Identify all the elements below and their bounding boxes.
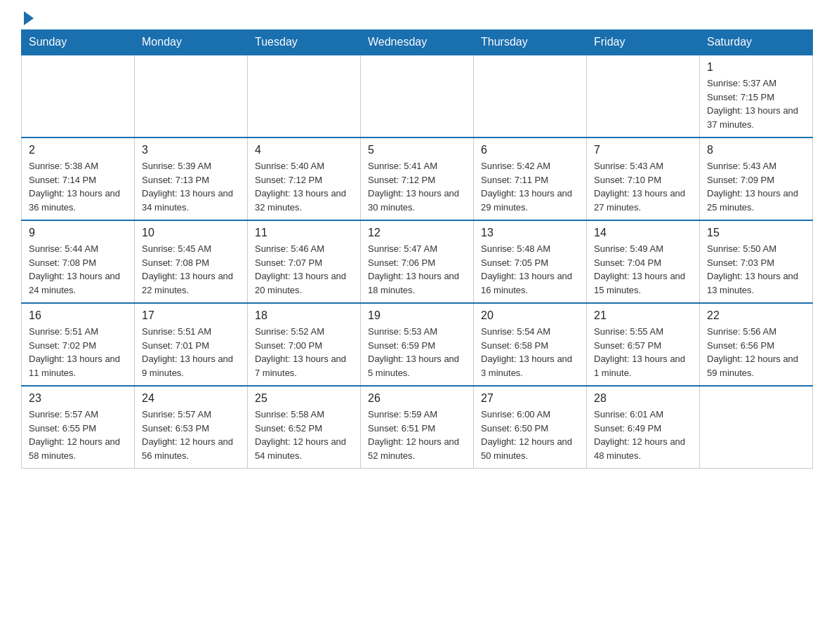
day-info: Sunrise: 5:54 AMSunset: 6:58 PMDaylight:…: [481, 325, 579, 380]
calendar-day-cell: [248, 55, 361, 137]
calendar-day-cell: 12Sunrise: 5:47 AMSunset: 7:06 PMDayligh…: [361, 220, 474, 303]
calendar-day-cell: [587, 55, 700, 137]
day-number: 19: [368, 309, 466, 322]
calendar-day-cell: 13Sunrise: 5:48 AMSunset: 7:05 PMDayligh…: [474, 220, 587, 303]
calendar-day-cell: 21Sunrise: 5:55 AMSunset: 6:57 PMDayligh…: [587, 303, 700, 386]
day-info: Sunrise: 5:46 AMSunset: 7:07 PMDaylight:…: [255, 242, 353, 297]
day-info: Sunrise: 5:52 AMSunset: 7:00 PMDaylight:…: [255, 325, 353, 380]
calendar-day-cell: 22Sunrise: 5:56 AMSunset: 6:56 PMDayligh…: [700, 303, 813, 386]
calendar-day-cell: 14Sunrise: 5:49 AMSunset: 7:04 PMDayligh…: [587, 220, 700, 303]
day-number: 18: [255, 309, 353, 322]
day-info: Sunrise: 5:51 AMSunset: 7:01 PMDaylight:…: [142, 325, 240, 380]
calendar-table: SundayMondayTuesdayWednesdayThursdayFrid…: [21, 29, 813, 469]
day-number: 1: [707, 61, 805, 74]
day-info: Sunrise: 5:57 AMSunset: 6:55 PMDaylight:…: [29, 408, 127, 462]
calendar-day-cell: 11Sunrise: 5:46 AMSunset: 7:07 PMDayligh…: [248, 220, 361, 303]
day-number: 4: [255, 144, 353, 156]
day-info: Sunrise: 5:43 AMSunset: 7:09 PMDaylight:…: [707, 159, 805, 214]
calendar-day-cell: 9Sunrise: 5:44 AMSunset: 7:08 PMDaylight…: [22, 220, 135, 303]
day-number: 27: [481, 392, 579, 405]
calendar-day-cell: 1Sunrise: 5:37 AMSunset: 7:15 PMDaylight…: [700, 55, 813, 137]
day-info: Sunrise: 5:49 AMSunset: 7:04 PMDaylight:…: [594, 242, 692, 297]
day-info: Sunrise: 5:48 AMSunset: 7:05 PMDaylight:…: [481, 242, 579, 297]
calendar-week-row: 16Sunrise: 5:51 AMSunset: 7:02 PMDayligh…: [22, 303, 813, 386]
day-info: Sunrise: 5:50 AMSunset: 7:03 PMDaylight:…: [707, 242, 805, 297]
day-info: Sunrise: 5:41 AMSunset: 7:12 PMDaylight:…: [368, 159, 466, 214]
day-number: 24: [142, 392, 240, 405]
day-info: Sunrise: 5:58 AMSunset: 6:52 PMDaylight:…: [255, 408, 353, 462]
calendar-day-cell: [361, 55, 474, 137]
day-info: Sunrise: 6:01 AMSunset: 6:49 PMDaylight:…: [594, 408, 692, 462]
calendar-day-cell: 16Sunrise: 5:51 AMSunset: 7:02 PMDayligh…: [22, 303, 135, 386]
day-number: 17: [142, 309, 240, 322]
day-info: Sunrise: 5:55 AMSunset: 6:57 PMDaylight:…: [594, 325, 692, 380]
day-info: Sunrise: 5:53 AMSunset: 6:59 PMDaylight:…: [368, 325, 466, 380]
calendar-day-cell: [474, 55, 587, 137]
day-header-wednesday: Wednesday: [361, 30, 474, 55]
day-info: Sunrise: 5:40 AMSunset: 7:12 PMDaylight:…: [255, 159, 353, 214]
day-number: 13: [481, 227, 579, 239]
calendar-day-cell: [700, 386, 813, 469]
day-number: 26: [368, 392, 466, 405]
calendar-day-cell: 20Sunrise: 5:54 AMSunset: 6:58 PMDayligh…: [474, 303, 587, 386]
page-header: [21, 14, 813, 22]
calendar-week-row: 2Sunrise: 5:38 AMSunset: 7:14 PMDaylight…: [22, 137, 813, 220]
day-number: 8: [707, 144, 805, 156]
day-number: 23: [29, 392, 127, 405]
logo: [21, 14, 34, 22]
day-info: Sunrise: 5:45 AMSunset: 7:08 PMDaylight:…: [142, 242, 240, 297]
day-header-thursday: Thursday: [474, 30, 587, 55]
day-info: Sunrise: 5:44 AMSunset: 7:08 PMDaylight:…: [29, 242, 127, 297]
day-number: 20: [481, 309, 579, 322]
day-info: Sunrise: 5:42 AMSunset: 7:11 PMDaylight:…: [481, 159, 579, 214]
day-info: Sunrise: 5:59 AMSunset: 6:51 PMDaylight:…: [368, 408, 466, 462]
calendar-day-cell: 19Sunrise: 5:53 AMSunset: 6:59 PMDayligh…: [361, 303, 474, 386]
day-number: 2: [29, 144, 127, 156]
calendar-day-cell: 18Sunrise: 5:52 AMSunset: 7:00 PMDayligh…: [248, 303, 361, 386]
day-header-sunday: Sunday: [22, 30, 135, 55]
day-header-monday: Monday: [135, 30, 248, 55]
day-number: 11: [255, 227, 353, 239]
calendar-day-cell: 6Sunrise: 5:42 AMSunset: 7:11 PMDaylight…: [474, 137, 587, 220]
day-number: 5: [368, 144, 466, 156]
day-header-tuesday: Tuesday: [248, 30, 361, 55]
day-info: Sunrise: 5:47 AMSunset: 7:06 PMDaylight:…: [368, 242, 466, 297]
calendar-day-cell: 3Sunrise: 5:39 AMSunset: 7:13 PMDaylight…: [135, 137, 248, 220]
day-info: Sunrise: 5:39 AMSunset: 7:13 PMDaylight:…: [142, 159, 240, 214]
calendar-day-cell: 27Sunrise: 6:00 AMSunset: 6:50 PMDayligh…: [474, 386, 587, 469]
day-info: Sunrise: 5:43 AMSunset: 7:10 PMDaylight:…: [594, 159, 692, 214]
calendar-week-row: 1Sunrise: 5:37 AMSunset: 7:15 PMDaylight…: [22, 55, 813, 137]
calendar-day-cell: 17Sunrise: 5:51 AMSunset: 7:01 PMDayligh…: [135, 303, 248, 386]
calendar-day-cell: 24Sunrise: 5:57 AMSunset: 6:53 PMDayligh…: [135, 386, 248, 469]
calendar-header-row: SundayMondayTuesdayWednesdayThursdayFrid…: [22, 30, 813, 55]
day-number: 14: [594, 227, 692, 239]
day-number: 28: [594, 392, 692, 405]
day-info: Sunrise: 5:37 AMSunset: 7:15 PMDaylight:…: [707, 76, 805, 131]
calendar-day-cell: 23Sunrise: 5:57 AMSunset: 6:55 PMDayligh…: [22, 386, 135, 469]
day-number: 6: [481, 144, 579, 156]
calendar-day-cell: 7Sunrise: 5:43 AMSunset: 7:10 PMDaylight…: [587, 137, 700, 220]
calendar-week-row: 23Sunrise: 5:57 AMSunset: 6:55 PMDayligh…: [22, 386, 813, 469]
day-info: Sunrise: 6:00 AMSunset: 6:50 PMDaylight:…: [481, 408, 579, 462]
day-info: Sunrise: 5:38 AMSunset: 7:14 PMDaylight:…: [29, 159, 127, 214]
day-number: 15: [707, 227, 805, 239]
day-number: 3: [142, 144, 240, 156]
day-info: Sunrise: 5:56 AMSunset: 6:56 PMDaylight:…: [707, 325, 805, 380]
day-number: 10: [142, 227, 240, 239]
calendar-day-cell: 25Sunrise: 5:58 AMSunset: 6:52 PMDayligh…: [248, 386, 361, 469]
day-number: 9: [29, 227, 127, 239]
calendar-day-cell: [135, 55, 248, 137]
calendar-day-cell: 2Sunrise: 5:38 AMSunset: 7:14 PMDaylight…: [22, 137, 135, 220]
calendar-day-cell: 15Sunrise: 5:50 AMSunset: 7:03 PMDayligh…: [700, 220, 813, 303]
calendar-week-row: 9Sunrise: 5:44 AMSunset: 7:08 PMDaylight…: [22, 220, 813, 303]
calendar-day-cell: 10Sunrise: 5:45 AMSunset: 7:08 PMDayligh…: [135, 220, 248, 303]
day-info: Sunrise: 5:57 AMSunset: 6:53 PMDaylight:…: [142, 408, 240, 462]
day-header-saturday: Saturday: [700, 30, 813, 55]
day-number: 21: [594, 309, 692, 322]
calendar-day-cell: 5Sunrise: 5:41 AMSunset: 7:12 PMDaylight…: [361, 137, 474, 220]
day-number: 25: [255, 392, 353, 405]
day-number: 22: [707, 309, 805, 322]
calendar-day-cell: 28Sunrise: 6:01 AMSunset: 6:49 PMDayligh…: [587, 386, 700, 469]
day-info: Sunrise: 5:51 AMSunset: 7:02 PMDaylight:…: [29, 325, 127, 380]
day-header-friday: Friday: [587, 30, 700, 55]
